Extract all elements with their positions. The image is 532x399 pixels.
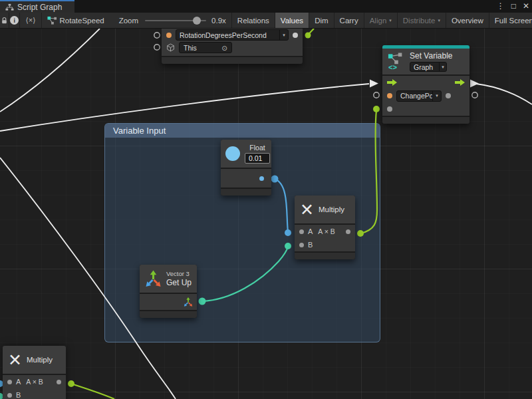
target-field[interactable]: This ⊙ [179, 42, 232, 53]
graph-toolbar: i ⟨×⟩ RotateSpeed Zoom 0.9x Relations Va [0, 13, 532, 29]
object-picker-icon[interactable]: ⊙ [221, 44, 227, 52]
value-port[interactable] [446, 93, 451, 98]
value-port[interactable] [387, 106, 392, 112]
node-get-variable[interactable]: RotationDegreesPerSecond ▾ This ⊙ [162, 29, 303, 64]
node-title: Get Up [166, 278, 192, 287]
value-port[interactable] [387, 93, 392, 98]
script-graph-icon [47, 16, 57, 25]
chevron-down-icon: ▾ [439, 63, 446, 71]
relations-button[interactable]: Relations [232, 13, 275, 28]
multiply-icon: ✕ [300, 201, 314, 218]
output-port[interactable] [346, 229, 350, 234]
lock-icon [1, 17, 8, 25]
wire-knob[interactable] [305, 33, 311, 39]
wire-knob[interactable] [68, 380, 74, 387]
control-out-arrow-icon[interactable] [455, 79, 465, 86]
wire-control-out-of-setvariable[interactable] [476, 84, 532, 104]
info-button[interactable]: i [9, 13, 20, 28]
unity-visual-scripting-window: Script Graph ⋮ □ ✕ i ⟨×⟩ [0, 0, 532, 399]
wire-white-topleft[interactable] [0, 29, 100, 112]
control-in-arrow-icon[interactable] [387, 79, 397, 86]
angle-brackets-glyph: <> [388, 63, 397, 71]
dim-button[interactable]: Dim [309, 13, 334, 28]
input-port[interactable] [374, 92, 379, 98]
node-title: Multiply [319, 205, 344, 213]
float-value-input[interactable]: 0.01 [245, 153, 270, 164]
code-view-icon: ⟨×⟩ [25, 16, 35, 25]
tab-title: Script Graph [17, 3, 62, 12]
input-port-a[interactable] [7, 380, 12, 384]
chevron-down-icon: ▾ [432, 91, 441, 101]
tab-script-graph[interactable]: Script Graph [0, 0, 74, 13]
chevron-down-icon: ▾ [389, 18, 392, 23]
node-type-label: Vector 3 [166, 270, 192, 277]
value-port[interactable] [293, 33, 298, 38]
wire-getvariable-output[interactable] [308, 29, 314, 35]
scope-dropdown[interactable]: Graph ▾ [410, 62, 447, 72]
group-header[interactable]: Variable Input [105, 124, 380, 138]
node-multiply-2[interactable]: ✕ Multiply A A × B B [3, 346, 66, 399]
node-footer [221, 189, 271, 196]
close-icon[interactable]: ✕ [523, 0, 529, 13]
port-row-b: B [3, 388, 66, 399]
node-set-variable[interactable]: <> Set Variable Graph ▾ [382, 45, 469, 124]
distribute-dropdown[interactable]: Distribute▾ [398, 13, 446, 28]
input-port-b[interactable] [299, 243, 304, 247]
zoom-slider[interactable] [145, 13, 211, 28]
lock-button[interactable] [0, 13, 9, 28]
zoom-slider-track[interactable] [145, 20, 206, 21]
port-row-a: A A × B [295, 225, 355, 238]
node-multiply[interactable]: ✕ Multiply A A × B B [295, 196, 355, 259]
carry-button[interactable]: Carry [334, 13, 364, 28]
wire-knob[interactable] [373, 106, 380, 112]
value-port[interactable] [166, 33, 172, 38]
window-menu-icon[interactable]: ⋮ [497, 0, 505, 13]
input-port-a[interactable] [299, 229, 304, 234]
maximize-icon[interactable]: □ [511, 0, 516, 13]
zoom-value: 0.9x [211, 13, 232, 28]
graph-picker[interactable]: RotateSpeed [42, 13, 110, 28]
values-button[interactable]: Values [275, 13, 309, 28]
input-port[interactable] [154, 33, 160, 38]
gameobject-cube-icon [166, 43, 175, 52]
node-title: Float [249, 144, 265, 152]
title-bar: Script Graph ⋮ □ ✕ [0, 0, 532, 13]
node-title: Multiply [27, 356, 53, 364]
align-dropdown[interactable]: Align▾ [364, 13, 398, 28]
node-float-literal[interactable]: Float 0.01 [221, 140, 271, 196]
multiply-icon: ✕ [8, 352, 22, 368]
node-title: Set Variable [410, 51, 452, 61]
graph-canvas[interactable]: Variable Input [0, 29, 532, 399]
variable-name-dropdown[interactable]: ChangePos ▾ [396, 90, 442, 102]
node-footer [382, 117, 469, 124]
overview-button[interactable]: Overview [446, 13, 489, 28]
graph-picker-label: RotateSpeed [60, 17, 104, 25]
node-footer [295, 253, 355, 259]
chevron-down-icon: ▾ [279, 30, 288, 40]
code-view-button[interactable]: ⟨×⟩ [20, 13, 41, 28]
group-title: Variable Input [113, 126, 166, 136]
variable-name-dropdown[interactable]: RotationDegreesPerSecond ▾ [176, 29, 289, 41]
port-row-b: B [295, 238, 355, 251]
control-input-port[interactable] [370, 80, 378, 88]
window-controls: ⋮ □ ✕ [497, 0, 529, 13]
output-port[interactable] [57, 380, 61, 384]
vector3-icon [145, 270, 162, 287]
vector3-output-port-icon[interactable] [184, 297, 193, 307]
output-port[interactable] [259, 176, 264, 181]
wire-multiply2-output[interactable] [71, 384, 114, 399]
zoom-slider-handle[interactable] [193, 17, 201, 25]
control-ports-row [382, 76, 469, 89]
node-vector3-get-up[interactable]: Vector 3 Get Up [140, 265, 197, 318]
variable-name-row: RotationDegreesPerSecond ▾ [162, 29, 303, 41]
chevron-down-icon: ▾ [438, 18, 440, 23]
zoom-label: Zoom [110, 13, 145, 28]
output-port[interactable] [472, 92, 477, 98]
target-row: This ⊙ [162, 41, 303, 54]
control-output-port[interactable] [470, 80, 479, 88]
input-port[interactable] [154, 45, 160, 50]
node-footer [140, 311, 197, 318]
input-port-b[interactable] [7, 393, 12, 398]
full-screen-button[interactable]: Full Screen [489, 13, 532, 28]
graph-hierarchy-icon [5, 3, 14, 11]
